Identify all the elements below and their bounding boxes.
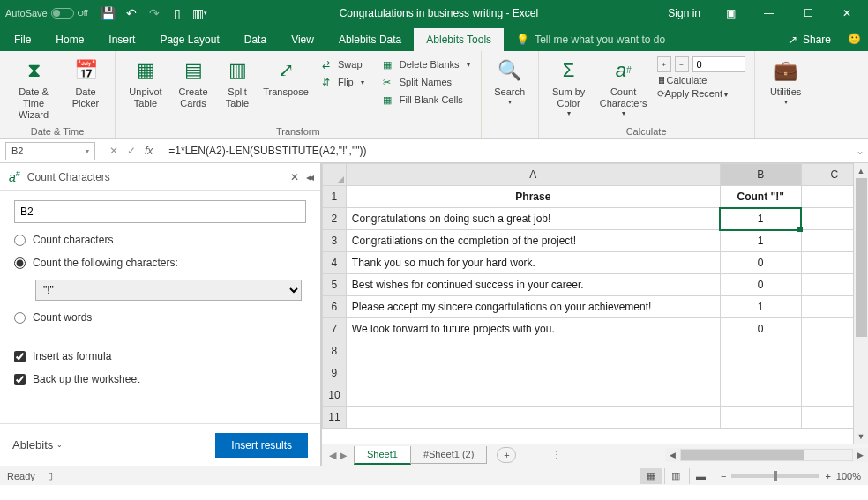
expand-formula-bar-icon[interactable]: ⌄ bbox=[852, 145, 868, 157]
unpivot-table-button[interactable]: ▦Unpivot Table bbox=[124, 55, 167, 111]
undo-icon[interactable]: ↶ bbox=[122, 4, 141, 23]
save-icon[interactable]: 💾 bbox=[99, 4, 118, 23]
spin-value-input[interactable] bbox=[692, 56, 745, 72]
cell-a4[interactable]: Thank you so much for your hard work. bbox=[346, 252, 720, 274]
tab-file[interactable]: File bbox=[2, 28, 43, 51]
check-backup-worksheet[interactable]: Back up the worksheet bbox=[14, 373, 306, 385]
spin-up-button[interactable]: + bbox=[657, 56, 671, 72]
tab-ablebits-tools[interactable]: Ablebits Tools bbox=[414, 28, 504, 51]
zoom-slider[interactable] bbox=[731, 474, 819, 478]
cancel-formula-icon[interactable]: ✕ bbox=[109, 145, 118, 157]
cell-b4[interactable]: 0 bbox=[720, 252, 801, 274]
utilities-button[interactable]: 💼Utilities▾ bbox=[764, 55, 808, 108]
cell-a3[interactable]: Congratilations on the completion of the… bbox=[346, 230, 720, 252]
cell-a1[interactable]: Phrase bbox=[346, 186, 720, 208]
ablebits-menu[interactable]: Ablebits ⌄ bbox=[12, 438, 63, 451]
radio-count-following[interactable]: Count the following characters: bbox=[14, 257, 306, 269]
radio-count-characters[interactable]: Count characters bbox=[14, 234, 306, 246]
name-box[interactable]: B2 ▾ bbox=[5, 142, 95, 160]
spin-down-button[interactable]: − bbox=[675, 56, 689, 72]
range-input[interactable] bbox=[14, 200, 306, 223]
close-pane-icon[interactable]: ✕ bbox=[290, 171, 299, 183]
cell-b6[interactable]: 1 bbox=[720, 296, 801, 318]
zoom-out-icon[interactable]: − bbox=[721, 471, 726, 481]
create-cards-button[interactable]: ▤Create Cards bbox=[174, 55, 213, 111]
scroll-left-icon[interactable]: ◀ bbox=[665, 451, 680, 459]
view-normal-icon[interactable]: ▦ bbox=[640, 468, 662, 484]
scroll-right-icon[interactable]: ▶ bbox=[853, 451, 868, 459]
sheet-tab-sheet1-2[interactable]: #Sheet1 (2) bbox=[410, 446, 487, 464]
sum-by-color-button[interactable]: ΣSum by Color▾ bbox=[548, 55, 590, 120]
row-header-8[interactable]: 8 bbox=[323, 340, 347, 362]
row-header-4[interactable]: 4 bbox=[323, 252, 347, 274]
radio-count-words[interactable]: Count words bbox=[14, 311, 306, 324]
row-header-6[interactable]: 6 bbox=[323, 296, 347, 318]
row-header-7[interactable]: 7 bbox=[323, 318, 347, 340]
collapse-pane-icon[interactable]: ◂◂ bbox=[306, 171, 311, 183]
cell-b2[interactable]: 1 bbox=[720, 208, 801, 230]
cell-b1[interactable]: Count "!" bbox=[720, 186, 801, 208]
sheet-nav-next-icon[interactable]: ▶ bbox=[340, 450, 347, 461]
view-page-break-icon[interactable]: ▬ bbox=[689, 468, 712, 484]
ribbon-display-icon[interactable]: ▣ bbox=[715, 4, 746, 23]
row-header-3[interactable]: 3 bbox=[323, 230, 347, 252]
tell-me-input[interactable]: 💡 Tell me what you want to do bbox=[504, 28, 677, 51]
cell-b3[interactable]: 1 bbox=[720, 230, 801, 252]
calculate-button[interactable]: 🖩Calculate bbox=[657, 75, 745, 86]
transpose-button[interactable]: ⤢Transpose bbox=[262, 55, 310, 100]
split-table-button[interactable]: ▥Split Table bbox=[220, 55, 255, 111]
insert-results-button[interactable]: Insert results bbox=[215, 433, 308, 458]
col-header-a[interactable]: A bbox=[346, 164, 720, 186]
flip-button[interactable]: ⇵Flip▾ bbox=[317, 74, 366, 90]
row-header-10[interactable]: 10 bbox=[323, 384, 347, 407]
scroll-up-icon[interactable]: ▲ bbox=[854, 163, 868, 178]
horizontal-scrollbar[interactable]: ◀ ▶ bbox=[665, 448, 868, 462]
qat-more-icon[interactable]: ▥▾ bbox=[191, 4, 210, 23]
characters-select[interactable]: "!" bbox=[35, 280, 302, 301]
apply-recent-button[interactable]: ⟳Apply Recent▾ bbox=[657, 88, 745, 100]
tab-split-icon[interactable]: ⋮ bbox=[551, 450, 561, 461]
view-page-layout-icon[interactable]: ▥ bbox=[664, 468, 687, 484]
check-insert-as-formula[interactable]: Insert as formula bbox=[14, 350, 306, 362]
date-time-wizard-button[interactable]: ⧗ Date & Time Wizard bbox=[9, 55, 58, 123]
formula-input[interactable]: =1*LEN(A2)-LEN(SUBSTITUTE(A2,"!","")) bbox=[161, 145, 852, 157]
select-all-corner[interactable] bbox=[323, 164, 347, 186]
vertical-scrollbar[interactable]: ▲ ▼ bbox=[853, 163, 868, 444]
close-icon[interactable]: ✕ bbox=[831, 4, 863, 23]
split-names-button[interactable]: ✂Split Names bbox=[378, 74, 472, 90]
minimize-icon[interactable]: — bbox=[753, 4, 785, 23]
col-header-b[interactable]: B bbox=[720, 164, 801, 186]
fill-blank-cells-button[interactable]: ▦Fill Blank Cells bbox=[378, 92, 472, 108]
redo-icon[interactable]: ↷ bbox=[145, 4, 164, 23]
search-button[interactable]: 🔍Search▾ bbox=[490, 55, 529, 108]
zoom-level[interactable]: 100% bbox=[836, 471, 861, 481]
share-button[interactable]: ↗ Share bbox=[778, 28, 842, 51]
tab-insert[interactable]: Insert bbox=[96, 28, 147, 51]
autosave-toggle[interactable]: AutoSave Off bbox=[5, 8, 88, 19]
add-sheet-button[interactable]: + bbox=[497, 447, 516, 463]
cell-b5[interactable]: 0 bbox=[720, 274, 801, 296]
row-header-9[interactable]: 9 bbox=[323, 362, 347, 384]
row-header-11[interactable]: 11 bbox=[323, 407, 347, 429]
sheet-tab-sheet1[interactable]: Sheet1 bbox=[354, 446, 411, 465]
row-header-1[interactable]: 1 bbox=[323, 186, 347, 208]
scroll-thumb[interactable] bbox=[856, 178, 867, 337]
enter-formula-icon[interactable]: ✓ bbox=[127, 145, 136, 157]
macro-record-icon[interactable]: ▯ bbox=[48, 470, 53, 481]
cell-a6[interactable]: Please accept my sincere congartulations… bbox=[346, 296, 720, 318]
tab-view[interactable]: View bbox=[279, 28, 326, 51]
tab-page-layout[interactable]: Page Layout bbox=[147, 28, 231, 51]
zoom-in-icon[interactable]: + bbox=[825, 471, 830, 481]
swap-button[interactable]: ⇄Swap bbox=[317, 56, 366, 72]
sheet-nav-prev-icon[interactable]: ◀ bbox=[329, 450, 336, 461]
maximize-icon[interactable]: ☐ bbox=[792, 4, 824, 23]
tab-ablebits-data[interactable]: Ablebits Data bbox=[326, 28, 414, 51]
spreadsheet-table[interactable]: A B C 1 Phrase Count "!" 2 Congratulatio… bbox=[322, 163, 868, 429]
cell-b7[interactable]: 0 bbox=[720, 318, 801, 340]
scroll-down-icon[interactable]: ▼ bbox=[854, 429, 868, 444]
row-header-5[interactable]: 5 bbox=[323, 274, 347, 296]
cell-a7[interactable]: We look forward to future projects with … bbox=[346, 318, 720, 340]
fx-icon[interactable]: fx bbox=[145, 145, 153, 157]
tab-home[interactable]: Home bbox=[43, 28, 96, 51]
delete-blanks-button[interactable]: ▦Delete Blanks▾ bbox=[378, 56, 472, 72]
